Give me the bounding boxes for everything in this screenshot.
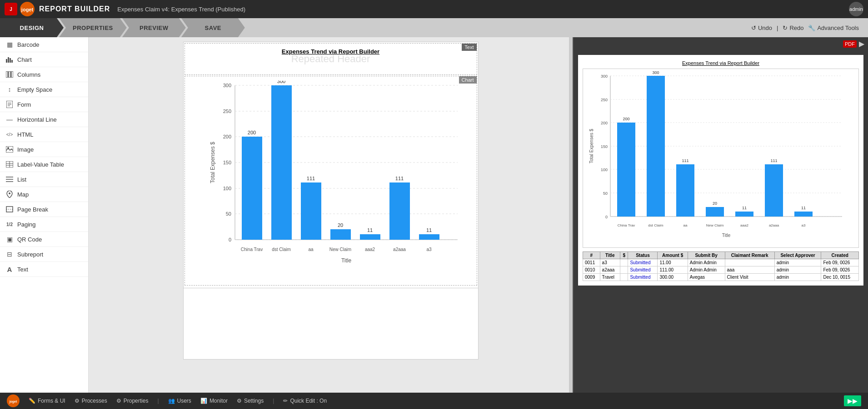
svg-text:200: 200 xyxy=(247,130,255,135)
table-row: 0009 Travel Submitted 300.00 Avegas Clie… xyxy=(583,274,859,281)
sidebar-item-paging[interactable]: 1/2 Paging xyxy=(0,217,88,232)
redo-button[interactable]: ↻ Redo xyxy=(783,25,803,31)
svg-text:dst Claim: dst Claim xyxy=(272,247,291,252)
svg-text:20: 20 xyxy=(337,222,343,228)
forms-ui-icon: ✏️ xyxy=(29,398,35,404)
monitor-button[interactable]: 📊 Monitor xyxy=(200,398,228,404)
svg-rect-81 xyxy=(676,164,694,217)
sidebar-item-form[interactable]: Form xyxy=(0,97,88,112)
svg-text:150: 150 xyxy=(223,160,231,165)
sidebar-item-list[interactable]: List xyxy=(0,172,88,187)
quick-edit-button[interactable]: ✏ Quick Edit : On xyxy=(283,398,327,404)
users-button[interactable]: 👥 Users xyxy=(168,398,191,404)
sidebar-item-label-value-table[interactable]: Label-Value Table xyxy=(0,157,88,172)
properties-button[interactable]: ⚙ Properties xyxy=(116,398,149,404)
properties-icon: ⚙ xyxy=(116,398,121,404)
quick-edit-icon: ✏ xyxy=(283,398,288,404)
svg-text:11: 11 xyxy=(426,227,431,233)
list-icon xyxy=(5,175,14,183)
svg-text:China Trav: China Trav xyxy=(618,223,635,227)
svg-text:New Claim: New Claim xyxy=(329,247,351,252)
svg-text:a2aaa: a2aaa xyxy=(393,247,406,252)
svg-text:100: 100 xyxy=(601,168,608,172)
bar-china-trav xyxy=(242,137,262,240)
users-icon: 👥 xyxy=(168,398,175,404)
svg-rect-7 xyxy=(11,60,13,63)
sidebar-item-chart[interactable]: Chart xyxy=(0,52,88,67)
table-row: 0010 a2aaa Submitted 111.00 Admin Admin … xyxy=(583,266,859,274)
topbar: J joget REPORT BUILDER Expenses Claim v4… xyxy=(0,0,868,18)
map-icon xyxy=(5,190,14,198)
preview-bar-chart: 0 50 100 150 200 250 300 xyxy=(585,71,849,244)
bar-dst-claim xyxy=(271,85,292,240)
user-avatar[interactable]: admin xyxy=(849,2,863,16)
app-icon: J xyxy=(5,3,17,15)
svg-text:aaa2: aaa2 xyxy=(740,223,748,227)
svg-rect-75 xyxy=(617,123,635,217)
label-value-table-icon xyxy=(5,160,14,168)
columns-icon xyxy=(5,70,14,79)
svg-text:aa: aa xyxy=(683,223,688,227)
svg-text:111: 111 xyxy=(682,158,688,163)
pdf-icon[interactable]: PDF xyxy=(843,40,857,48)
preview-content: Expenses Trend via Report Builder 0 50 1… xyxy=(578,55,863,286)
tab-properties[interactable]: PROPERTIES xyxy=(59,18,127,37)
nav-forward-button[interactable]: ▶▶ xyxy=(844,395,861,406)
redo-icon: ↻ xyxy=(783,25,788,31)
wrench-icon: 🔧 xyxy=(808,25,815,31)
sidebar-item-text[interactable]: A Text xyxy=(0,262,88,277)
svg-text:Title: Title xyxy=(722,233,731,238)
svg-rect-4 xyxy=(6,59,7,63)
sidebar-item-page-break[interactable]: Page Break xyxy=(0,202,88,217)
sidebar-item-map[interactable]: Map xyxy=(0,187,88,202)
svg-rect-87 xyxy=(735,212,753,217)
svg-text:150: 150 xyxy=(601,144,608,149)
sidebar-item-qr-code[interactable]: ▣ QR Code xyxy=(0,232,88,247)
svg-rect-9 xyxy=(9,71,10,78)
svg-text:dst Claim: dst Claim xyxy=(648,223,663,227)
svg-text:111: 111 xyxy=(770,158,777,163)
tab-save[interactable]: SAVE xyxy=(181,18,245,37)
processes-button[interactable]: ⚙ Processes xyxy=(75,398,107,404)
svg-text:300: 300 xyxy=(223,83,231,88)
sidebar-item-subreport[interactable]: ⊟ Subreport xyxy=(0,247,88,262)
preview-table: # Title $ Status Amount $ Submit By Clai… xyxy=(583,251,859,281)
svg-text:0: 0 xyxy=(605,215,608,219)
tab-preview[interactable]: PREVIEW xyxy=(122,18,186,37)
logo-area: J joget xyxy=(5,2,35,16)
undo-icon: ↺ xyxy=(751,25,756,31)
joget-logo: joget xyxy=(20,2,35,16)
processes-icon: ⚙ xyxy=(75,398,80,404)
bar-a2aaa xyxy=(389,182,410,240)
svg-text:111: 111 xyxy=(306,176,314,181)
monitor-icon: 📊 xyxy=(200,398,207,404)
svg-text:300: 300 xyxy=(601,74,608,79)
sidebar-item-columns[interactable]: Columns xyxy=(0,67,88,82)
expand-icon[interactable]: ▶ xyxy=(859,39,864,48)
undo-button[interactable]: ↺ Undo xyxy=(751,25,772,31)
svg-rect-8 xyxy=(6,71,8,78)
tab-design[interactable]: DESIGN xyxy=(0,18,64,37)
advanced-tools-button[interactable]: 🔧 Advanced Tools xyxy=(808,25,859,31)
settings-button[interactable]: ⚙ Settings xyxy=(237,398,264,404)
svg-text:aaa2: aaa2 xyxy=(364,247,375,252)
svg-text:China Trav: China Trav xyxy=(240,247,262,252)
sidebar-item-image[interactable]: Image xyxy=(0,142,88,157)
text-icon: A xyxy=(5,265,14,273)
svg-rect-25 xyxy=(6,207,13,212)
svg-text:Total Expenses $: Total Expenses $ xyxy=(589,128,594,163)
sidebar-item-barcode[interactable]: ▦ Barcode xyxy=(0,37,88,52)
bottombar: joget ✏️ Forms & UI ⚙ Processes ⚙ Proper… xyxy=(0,393,868,409)
svg-text:0: 0 xyxy=(228,237,231,242)
svg-text:300: 300 xyxy=(277,81,285,84)
sidebar-item-empty-space[interactable]: ↕ Empty Space xyxy=(0,82,88,97)
bar-new-claim xyxy=(330,229,351,240)
svg-rect-84 xyxy=(706,207,724,217)
forms-ui-button[interactable]: ✏️ Forms & UI xyxy=(29,398,65,404)
chart-container: 0 50 100 150 200 250 xyxy=(185,76,477,285)
sidebar-item-horizontal-line[interactable]: — Horizontal Line xyxy=(0,112,88,127)
preview-chart-container: 0 50 100 150 200 250 300 xyxy=(583,69,859,248)
paging-icon: 1/2 xyxy=(5,220,14,228)
sidebar-item-html[interactable]: </> HTML xyxy=(0,127,88,142)
bar-chart: 0 50 100 150 200 250 xyxy=(208,81,462,271)
